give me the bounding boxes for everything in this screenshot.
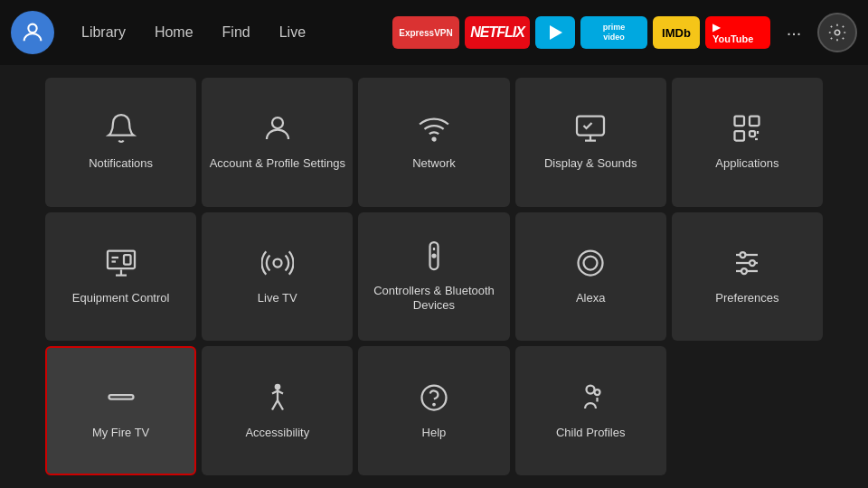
app-freevee[interactable]: [535, 16, 575, 49]
more-button[interactable]: ···: [778, 16, 810, 49]
svg-line-31: [272, 400, 278, 410]
notifications-label: Notifications: [89, 156, 153, 172]
svg-point-3: [272, 117, 283, 128]
grid-item-equipment-control[interactable]: Equipment Control: [45, 212, 196, 342]
grid-item-controllers-bluetooth[interactable]: Controllers & Bluetooth Devices: [358, 212, 509, 342]
account-profile-label: Account & Profile Settings: [210, 156, 345, 172]
app-primevideo[interactable]: primevideo: [580, 16, 647, 49]
alexa-label: Alexa: [576, 291, 606, 306]
antenna-icon: [261, 247, 294, 284]
person-icon: [261, 112, 294, 149]
svg-point-26: [750, 260, 755, 266]
grid-item-accessibility[interactable]: Accessibility: [202, 346, 353, 475]
svg-rect-6: [735, 117, 745, 127]
display-sounds-label: Display & Sounds: [544, 156, 637, 172]
controllers-bluetooth-label: Controllers & Bluetooth Devices: [365, 284, 502, 314]
svg-point-25: [741, 252, 746, 258]
accessibility-label: Accessibility: [245, 426, 309, 441]
svg-point-27: [741, 268, 747, 274]
svg-point-29: [276, 384, 280, 389]
nav-library[interactable]: Library: [69, 19, 138, 46]
svg-rect-15: [124, 255, 131, 265]
svg-point-35: [587, 385, 595, 393]
equipment-control-label: Equipment Control: [72, 291, 170, 306]
sliders-icon: [731, 247, 763, 284]
nav-live[interactable]: Live: [267, 19, 318, 46]
nav-find[interactable]: Find: [210, 19, 263, 46]
grid-item-notifications[interactable]: Notifications: [45, 78, 196, 207]
alexa-icon: [574, 247, 607, 284]
my-fire-tv-label: My Fire TV: [92, 426, 149, 441]
apps-icon: [731, 112, 763, 149]
nav-links: Library Home Find Live: [69, 19, 318, 46]
grid-item-live-tv[interactable]: Live TV: [202, 212, 353, 342]
display-icon: [574, 112, 607, 149]
remote-icon: [418, 239, 450, 277]
grid-item-my-fire-tv[interactable]: My Fire TV: [45, 346, 196, 475]
svg-marker-1: [550, 25, 562, 40]
bell-icon: [105, 112, 137, 149]
applications-label: Applications: [715, 156, 778, 172]
app-imdb[interactable]: IMDb: [653, 16, 700, 49]
svg-rect-7: [750, 117, 760, 127]
grid-item-network[interactable]: Network: [358, 78, 509, 207]
grid-item-display-sounds[interactable]: Display & Sounds: [515, 78, 666, 207]
wifi-icon: [418, 112, 450, 149]
grid-item-account-profile[interactable]: Account & Profile Settings: [202, 78, 353, 207]
settings-grid: Notifications Account & Profile Settings…: [0, 65, 868, 488]
app-expressvpn[interactable]: ExpressVPN: [392, 16, 459, 49]
svg-point-21: [584, 257, 598, 270]
svg-point-0: [28, 24, 36, 33]
preferences-label: Preferences: [715, 291, 778, 306]
grid-item-applications[interactable]: Applications: [672, 78, 823, 207]
app-icons: ExpressVPN NETFLIX primevideo IMDb ▶ You…: [392, 16, 770, 49]
grid-item-child-profiles[interactable]: Child Profiles: [515, 346, 666, 475]
top-nav: Library Home Find Live ExpressVPN NETFLI…: [0, 0, 868, 65]
svg-line-32: [278, 400, 283, 410]
svg-point-33: [421, 385, 446, 409]
svg-point-36: [595, 389, 600, 395]
avatar[interactable]: [11, 11, 54, 54]
help-icon: [418, 381, 450, 418]
live-tv-label: Live TV: [258, 291, 297, 306]
svg-point-2: [835, 30, 840, 35]
svg-point-4: [432, 138, 435, 141]
grid-item-alexa[interactable]: Alexa: [515, 212, 666, 342]
nav-home[interactable]: Home: [142, 19, 206, 46]
svg-rect-8: [735, 131, 745, 141]
accessibility-icon: [261, 381, 294, 418]
svg-point-16: [273, 259, 281, 267]
network-label: Network: [412, 156, 456, 172]
svg-point-19: [432, 254, 435, 257]
grid-item-preferences[interactable]: Preferences: [672, 212, 823, 342]
app-youtube[interactable]: ▶ YouTube: [705, 16, 770, 49]
monitor-icon: [105, 247, 137, 284]
settings-button[interactable]: [817, 13, 857, 52]
help-label: Help: [422, 426, 447, 441]
child-icon: [574, 381, 607, 418]
app-netflix[interactable]: NETFLIX: [465, 16, 530, 49]
svg-rect-9: [750, 131, 755, 136]
child-profiles-label: Child Profiles: [556, 426, 626, 441]
firetv-icon: [105, 381, 137, 418]
svg-rect-28: [108, 395, 133, 399]
svg-point-20: [579, 251, 603, 276]
grid-item-help[interactable]: Help: [358, 346, 509, 475]
